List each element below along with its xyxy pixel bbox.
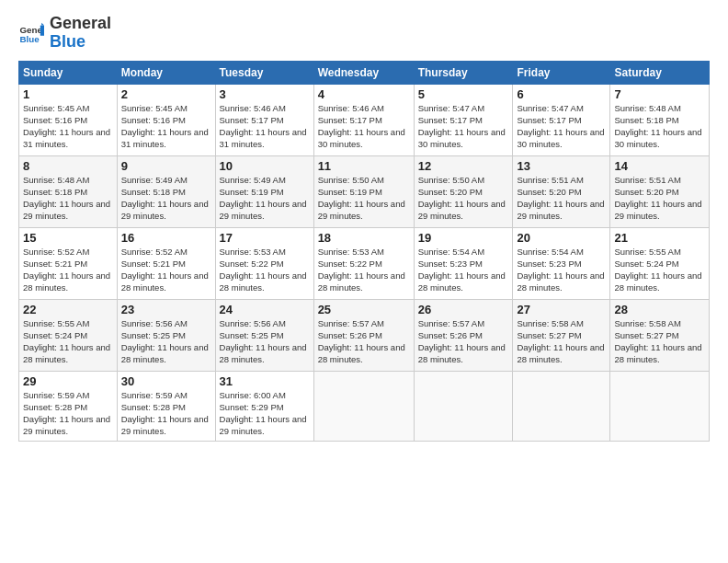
day-info: Sunrise: 6:00 AMSunset: 5:29 PMDaylight:…	[220, 389, 310, 438]
svg-text:Blue: Blue	[19, 34, 40, 44]
header: General Blue General Blue	[18, 15, 710, 52]
day-info: Sunrise: 5:58 AMSunset: 5:27 PMDaylight:…	[614, 317, 705, 366]
day-info: Sunrise: 5:59 AMSunset: 5:28 PMDaylight:…	[121, 389, 211, 438]
day-info: Sunrise: 5:57 AMSunset: 5:26 PMDaylight:…	[418, 317, 509, 366]
day-info: Sunrise: 5:52 AMSunset: 5:21 PMDaylight:…	[23, 246, 113, 294]
table-row: 20 Sunrise: 5:54 AMSunset: 5:23 PMDaylig…	[513, 227, 610, 299]
table-row: 28 Sunrise: 5:58 AMSunset: 5:27 PMDaylig…	[610, 299, 710, 371]
column-header-tuesday: Tuesday	[215, 61, 313, 84]
table-row: 7 Sunrise: 5:48 AMSunset: 5:18 PMDayligh…	[610, 84, 710, 155]
day-number: 11	[318, 159, 410, 173]
day-number: 28	[614, 303, 705, 316]
day-number: 29	[23, 374, 113, 388]
week-row-5: 29 Sunrise: 5:59 AMSunset: 5:28 PMDaylig…	[19, 371, 710, 441]
table-row: 23 Sunrise: 5:56 AMSunset: 5:25 PMDaylig…	[117, 299, 215, 371]
table-row: 12 Sunrise: 5:50 AMSunset: 5:20 PMDaylig…	[414, 155, 513, 227]
table-row: 30 Sunrise: 5:59 AMSunset: 5:28 PMDaylig…	[117, 371, 215, 441]
day-number: 21	[614, 231, 705, 245]
day-info: Sunrise: 5:51 AMSunset: 5:20 PMDaylight:…	[614, 174, 705, 223]
day-info: Sunrise: 5:55 AMSunset: 5:24 PMDaylight:…	[614, 246, 705, 294]
table-row: 14 Sunrise: 5:51 AMSunset: 5:20 PMDaylig…	[610, 155, 710, 227]
table-row: 27 Sunrise: 5:58 AMSunset: 5:27 PMDaylig…	[513, 299, 610, 371]
logo: General Blue General Blue	[18, 15, 111, 52]
day-number: 5	[418, 87, 509, 101]
day-info: Sunrise: 5:50 AMSunset: 5:19 PMDaylight:…	[318, 174, 410, 223]
table-row: 17 Sunrise: 5:53 AMSunset: 5:22 PMDaylig…	[215, 227, 313, 299]
day-info: Sunrise: 5:57 AMSunset: 5:26 PMDaylight:…	[318, 317, 410, 366]
day-number: 23	[121, 303, 211, 316]
day-info: Sunrise: 5:48 AMSunset: 5:18 PMDaylight:…	[614, 102, 705, 151]
day-info: Sunrise: 5:50 AMSunset: 5:20 PMDaylight:…	[418, 174, 509, 223]
day-number: 8	[23, 159, 113, 173]
day-number: 31	[220, 374, 310, 388]
table-row	[610, 371, 710, 441]
table-row: 10 Sunrise: 5:49 AMSunset: 5:19 PMDaylig…	[215, 155, 313, 227]
day-info: Sunrise: 5:56 AMSunset: 5:25 PMDaylight:…	[220, 317, 310, 366]
day-number: 26	[418, 303, 509, 316]
day-number: 4	[318, 87, 410, 101]
day-number: 22	[23, 303, 113, 316]
day-number: 2	[121, 87, 211, 101]
day-number: 19	[418, 231, 509, 245]
week-row-2: 8 Sunrise: 5:48 AMSunset: 5:18 PMDayligh…	[19, 155, 710, 227]
day-info: Sunrise: 5:55 AMSunset: 5:24 PMDaylight:…	[23, 317, 113, 366]
day-number: 20	[517, 231, 606, 245]
table-row	[513, 371, 610, 441]
day-info: Sunrise: 5:47 AMSunset: 5:17 PMDaylight:…	[517, 102, 606, 151]
header-row: SundayMondayTuesdayWednesdayThursdayFrid…	[19, 61, 710, 84]
day-number: 6	[517, 87, 606, 101]
calendar-table: SundayMondayTuesdayWednesdayThursdayFrid…	[18, 61, 710, 442]
day-info: Sunrise: 5:54 AMSunset: 5:23 PMDaylight:…	[418, 246, 509, 294]
day-info: Sunrise: 5:49 AMSunset: 5:18 PMDaylight:…	[121, 174, 211, 223]
column-header-thursday: Thursday	[414, 61, 513, 84]
svg-marker-2	[40, 25, 44, 35]
day-info: Sunrise: 5:45 AMSunset: 5:16 PMDaylight:…	[23, 102, 113, 151]
table-row: 22 Sunrise: 5:55 AMSunset: 5:24 PMDaylig…	[19, 299, 118, 371]
day-number: 16	[121, 231, 211, 245]
table-row: 13 Sunrise: 5:51 AMSunset: 5:20 PMDaylig…	[513, 155, 610, 227]
day-info: Sunrise: 5:52 AMSunset: 5:21 PMDaylight:…	[121, 246, 211, 294]
table-row: 5 Sunrise: 5:47 AMSunset: 5:17 PMDayligh…	[414, 84, 513, 155]
table-row: 15 Sunrise: 5:52 AMSunset: 5:21 PMDaylig…	[19, 227, 118, 299]
day-info: Sunrise: 5:58 AMSunset: 5:27 PMDaylight:…	[517, 317, 606, 366]
day-info: Sunrise: 5:56 AMSunset: 5:25 PMDaylight:…	[121, 317, 211, 366]
day-number: 12	[418, 159, 509, 173]
day-number: 1	[23, 87, 113, 101]
table-row: 25 Sunrise: 5:57 AMSunset: 5:26 PMDaylig…	[313, 299, 414, 371]
table-row: 16 Sunrise: 5:52 AMSunset: 5:21 PMDaylig…	[117, 227, 215, 299]
table-row: 18 Sunrise: 5:53 AMSunset: 5:22 PMDaylig…	[313, 227, 414, 299]
day-info: Sunrise: 5:59 AMSunset: 5:28 PMDaylight:…	[23, 389, 113, 438]
column-header-monday: Monday	[117, 61, 215, 84]
day-info: Sunrise: 5:53 AMSunset: 5:22 PMDaylight:…	[220, 246, 310, 294]
page: General Blue General Blue SundayMondayTu…	[0, 0, 728, 563]
table-row: 8 Sunrise: 5:48 AMSunset: 5:18 PMDayligh…	[19, 155, 118, 227]
day-number: 10	[220, 159, 310, 173]
day-number: 30	[121, 374, 211, 388]
day-info: Sunrise: 5:54 AMSunset: 5:23 PMDaylight:…	[517, 246, 606, 294]
day-info: Sunrise: 5:46 AMSunset: 5:17 PMDaylight:…	[318, 102, 410, 151]
day-number: 18	[318, 231, 410, 245]
day-number: 17	[220, 231, 310, 245]
column-header-saturday: Saturday	[610, 61, 710, 84]
day-number: 9	[121, 159, 211, 173]
day-number: 13	[517, 159, 606, 173]
day-number: 3	[220, 87, 310, 101]
day-info: Sunrise: 5:46 AMSunset: 5:17 PMDaylight:…	[220, 102, 310, 151]
table-row: 3 Sunrise: 5:46 AMSunset: 5:17 PMDayligh…	[215, 84, 313, 155]
logo-icon: General Blue	[18, 20, 44, 46]
table-row: 9 Sunrise: 5:49 AMSunset: 5:18 PMDayligh…	[117, 155, 215, 227]
table-row: 26 Sunrise: 5:57 AMSunset: 5:26 PMDaylig…	[414, 299, 513, 371]
table-row: 29 Sunrise: 5:59 AMSunset: 5:28 PMDaylig…	[19, 371, 118, 441]
table-row: 21 Sunrise: 5:55 AMSunset: 5:24 PMDaylig…	[610, 227, 710, 299]
day-info: Sunrise: 5:48 AMSunset: 5:18 PMDaylight:…	[23, 174, 113, 223]
week-row-4: 22 Sunrise: 5:55 AMSunset: 5:24 PMDaylig…	[19, 299, 710, 371]
table-row: 11 Sunrise: 5:50 AMSunset: 5:19 PMDaylig…	[313, 155, 414, 227]
column-header-friday: Friday	[513, 61, 610, 84]
day-info: Sunrise: 5:45 AMSunset: 5:16 PMDaylight:…	[121, 102, 211, 151]
table-row: 6 Sunrise: 5:47 AMSunset: 5:17 PMDayligh…	[513, 84, 610, 155]
day-info: Sunrise: 5:49 AMSunset: 5:19 PMDaylight:…	[220, 174, 310, 223]
table-row: 1 Sunrise: 5:45 AMSunset: 5:16 PMDayligh…	[19, 84, 118, 155]
day-number: 24	[220, 303, 310, 316]
day-number: 27	[517, 303, 606, 316]
day-info: Sunrise: 5:53 AMSunset: 5:22 PMDaylight:…	[318, 246, 410, 294]
